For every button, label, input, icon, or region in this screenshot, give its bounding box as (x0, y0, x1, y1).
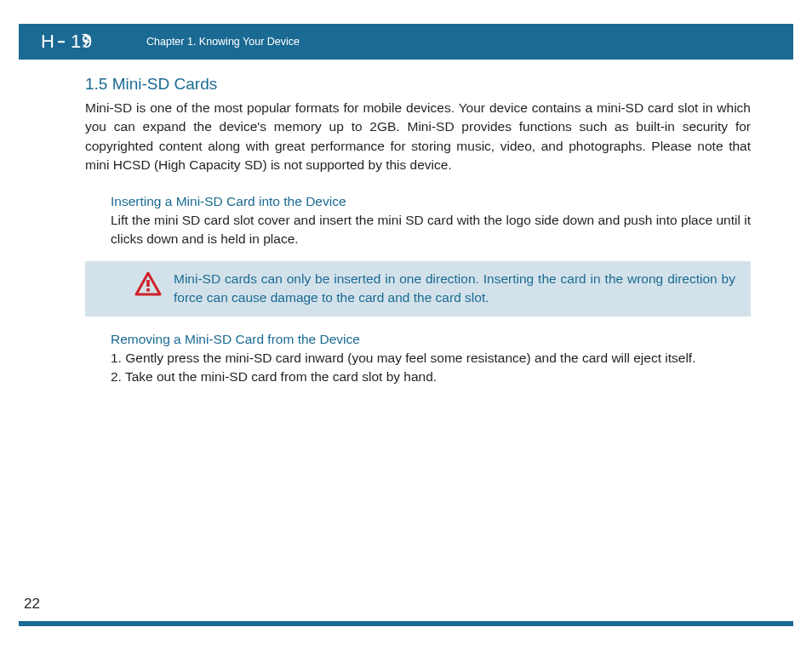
page-content: 1.5 Mini-SD Cards Mini-SD is one of the … (85, 75, 751, 387)
footer-bar (19, 621, 793, 626)
svg-text:9: 9 (82, 31, 94, 52)
section-title: 1.5 Mini-SD Cards (85, 75, 751, 94)
removing-step-2: 2. Take out the mini-SD card from the ca… (111, 368, 751, 386)
chapter-label: Chapter 1. Knowing Your Device (146, 36, 300, 48)
removing-step-1: 1. Gently press the mini-SD card inward … (111, 349, 751, 368)
warning-box: Mini-SD cards can only be inserted in on… (85, 261, 751, 316)
page-number: 22 (24, 596, 40, 613)
svg-rect-6 (146, 288, 150, 292)
header-bar: H 1 9 Chapter 1. Knowing Your Device (19, 24, 793, 60)
device-logo: H 1 9 (41, 31, 100, 52)
warning-wrapper: Mini-SD cards can only be inserted in on… (85, 261, 751, 316)
logo-glyph: H 1 9 (41, 31, 100, 52)
removing-block: Removing a Mini-SD Card from the Device … (111, 332, 751, 387)
svg-text:H: H (41, 31, 56, 52)
svg-rect-5 (146, 280, 150, 287)
warning-text: Mini-SD cards can only be inserted in on… (174, 270, 735, 308)
inserting-title: Inserting a Mini-SD Card into the Device (111, 194, 751, 209)
warning-icon (134, 271, 162, 297)
inserting-text: Lift the mini SD card slot cover and ins… (111, 211, 751, 249)
svg-rect-1 (58, 41, 65, 43)
section-intro: Mini-SD is one of the most popular forma… (85, 99, 751, 175)
removing-title: Removing a Mini-SD Card from the Device (111, 332, 751, 347)
inserting-block: Inserting a Mini-SD Card into the Device… (111, 194, 751, 249)
